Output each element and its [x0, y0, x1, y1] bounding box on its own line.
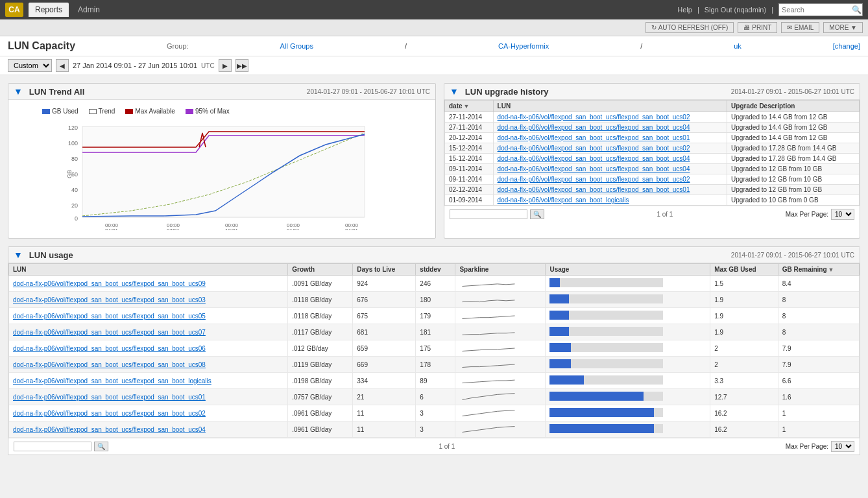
svg-text:GB: GB [66, 170, 73, 178]
upgrade-collapse-icon[interactable]: ▼ [450, 86, 459, 97]
cell-stddev: 3 [416, 421, 455, 438]
cell-lun-name[interactable]: dod-na-flx-p06/vol/flexpod_san_boot_ucs/… [9, 292, 288, 308]
date-next-button[interactable]: ▶ [219, 59, 232, 72]
ca-logo: CA [5, 3, 23, 17]
cell-lun-name[interactable]: dod-na-flx-p06/vol/flexpod_san_boot_ucs/… [9, 276, 288, 292]
cell-lun[interactable]: dod-na-flx-p06/vol/flexpod_san_boot_ucs/… [493, 133, 727, 143]
email-button[interactable]: ✉ EMAIL [781, 22, 819, 33]
cell-growth: .0198 GB/day [288, 373, 353, 389]
trend-chart-svg: 120 100 80 60 40 20 0 GB [34, 120, 410, 230]
search-input[interactable] [778, 3, 863, 16]
usage-collapse-icon[interactable]: ▼ [14, 250, 23, 260]
date-range-bar: Custom ◀ 27 Jan 2014 09:01 - 27 Jun 2015… [0, 56, 868, 75]
cell-date: 27-11-2014 [445, 112, 494, 123]
trend-collapse-icon[interactable]: ▼ [14, 86, 23, 97]
breadcrumb-all-groups[interactable]: All Groups [280, 42, 313, 50]
date-prev-button[interactable]: ◀ [56, 59, 69, 72]
cell-lun[interactable]: dod-na-flx-p06/vol/flexpod_san_boot_ucs/… [493, 185, 727, 195]
svg-text:100: 100 [68, 140, 78, 147]
top-panels: ▼ LUN Trend All 2014-01-27 09:01 - 2015-… [8, 83, 860, 239]
upgrade-table-container: date ▼ LUN Upgrade Description 27-11-201… [444, 100, 860, 206]
usage-search-button[interactable]: 🔍 [94, 442, 108, 451]
upgrade-page-info: 1 of 1 [657, 211, 673, 218]
svg-text:20: 20 [71, 202, 78, 209]
svg-text:120: 120 [68, 124, 78, 131]
table-row: dod-na-flx-p06/vol/flexpod_san_boot_ucs/… [9, 421, 860, 438]
cell-date: 09-11-2014 [445, 174, 494, 185]
cell-days-to-live: 681 [353, 324, 416, 340]
cell-stddev: 3 [416, 405, 455, 421]
table-row: dod-na-flx-p06/vol/flexpod_san_boot_ucs/… [9, 308, 860, 324]
cell-lun-name[interactable]: dod-na-flx-p06/vol/flexpod_san_boot_ucs/… [9, 357, 288, 373]
usage-per-page-select[interactable]: 10 [831, 441, 854, 452]
cell-lun-name[interactable]: dod-na-flx-p06/vol/flexpod_san_boot_ucs/… [9, 373, 288, 389]
usage-bar [549, 392, 663, 401]
usage-pagination-bar: 🔍 1 of 1 Max Per Page: 10 [8, 438, 860, 455]
cell-sparkline [455, 373, 546, 389]
cell-lun[interactable]: dod-na-flx-p06/vol/flexpod_san_boot_ucs/… [493, 123, 727, 133]
auto-refresh-button[interactable]: ↻ AUTO REFRESH (OFF) [645, 22, 734, 33]
table-row: dod-na-flx-p06/vol/flexpod_san_boot_ucs/… [9, 292, 860, 308]
cell-usage [546, 324, 710, 340]
cell-lun[interactable]: dod-na-flx-p06/vol/flexpod_san_boot_ucs/… [493, 154, 727, 164]
help-link[interactable]: Help [677, 6, 692, 14]
cell-stddev: 178 [416, 357, 455, 373]
table-row: dod-na-flx-p06/vol/flexpod_san_boot_ucs/… [9, 373, 860, 389]
col-usage: Usage [546, 264, 710, 276]
usage-bar [549, 359, 663, 368]
search-button[interactable]: 🔍 [852, 5, 862, 14]
svg-text:01/01: 01/01 [287, 228, 300, 230]
cell-gb-remaining: 8 [778, 292, 859, 308]
cell-lun[interactable]: dod-na-flx-p06/vol/flexpod_san_boot_ucs/… [493, 164, 727, 174]
breadcrumb-uk[interactable]: uk [734, 42, 741, 50]
cell-lun[interactable]: dod-na-flx-p06/vol/flexpod_san_boot_ucs/… [493, 143, 727, 154]
cell-date: 02-12-2014 [445, 185, 494, 195]
cell-gb-remaining: 1 [778, 405, 859, 421]
print-button[interactable]: 🖶 PRINT [738, 22, 777, 33]
cell-sparkline [455, 308, 546, 324]
cell-lun[interactable]: dod-na-flx-p06/vol/flexpod_san_boot_ucs/… [493, 112, 727, 123]
cell-stddev: 179 [416, 308, 455, 324]
cell-lun-name[interactable]: dod-na-flx-p06/vol/flexpod_san_boot_ucs/… [9, 405, 288, 421]
cell-gb-remaining: 7.9 [778, 357, 859, 373]
cell-lun[interactable]: dod-na-flx-p06/vol/flexpod_san_boot_ucs/… [493, 174, 727, 185]
table-row: 15-12-2014 dod-na-flx-p06/vol/flexpod_sa… [445, 154, 860, 164]
cell-lun-name[interactable]: dod-na-flx-p06/vol/flexpod_san_boot_ucs/… [9, 324, 288, 340]
cell-stddev: 175 [416, 340, 455, 357]
cell-sparkline [455, 405, 546, 421]
upgrade-per-page-select[interactable]: 10 [831, 209, 854, 220]
table-row: 01-09-2014 dod-na-flx-p06/vol/flexpod_sa… [445, 195, 860, 206]
upgrade-search-input[interactable] [450, 209, 527, 219]
usage-search-input[interactable] [14, 442, 91, 451]
signout-link[interactable]: Sign Out (nqadmin) [705, 6, 766, 14]
nav-tab-admin[interactable]: Admin [71, 3, 106, 17]
cell-max-gb-used: 12.7 [710, 389, 778, 405]
cell-upgrade-desc: Upgraded to 10 GB from 0 GB [727, 195, 860, 206]
table-row: 27-11-2014 dod-na-flx-p06/vol/flexpod_sa… [445, 123, 860, 133]
cell-usage [546, 405, 710, 421]
usage-page-info: 1 of 1 [439, 443, 455, 450]
date-preset-select[interactable]: Custom [8, 59, 52, 72]
date-fast-forward-button[interactable]: ▶▶ [235, 59, 248, 72]
col-date[interactable]: date ▼ [445, 101, 494, 112]
cell-stddev: 180 [416, 292, 455, 308]
usage-bar [549, 375, 663, 385]
cell-lun-name[interactable]: dod-na-flx-p06/vol/flexpod_san_boot_ucs/… [9, 308, 288, 324]
nav-tab-reports[interactable]: Reports [29, 3, 69, 17]
cell-lun-name[interactable]: dod-na-flx-p06/vol/flexpod_san_boot_ucs/… [9, 421, 288, 438]
trend-panel: ▼ LUN Trend All 2014-01-27 09:01 - 2015-… [8, 83, 436, 239]
col-gb-remaining[interactable]: GB Remaining ▼ [778, 264, 859, 276]
cell-growth: .0118 GB/day [288, 308, 353, 324]
change-link[interactable]: [change] [833, 42, 860, 50]
cell-lun-name[interactable]: dod-na-flx-p06/vol/flexpod_san_boot_ucs/… [9, 389, 288, 405]
cell-stddev: 181 [416, 324, 455, 340]
breadcrumb-ca-hyperformix[interactable]: CA-Hyperformix [498, 42, 549, 50]
more-button[interactable]: MORE ▼ [823, 22, 863, 33]
cell-lun[interactable]: dod-na-flx-p06/vol/flexpod_san_boot_logi… [493, 195, 727, 206]
trend-panel-title: ▼ LUN Trend All [14, 86, 84, 97]
svg-text:04/01: 04/01 [105, 228, 119, 230]
cell-lun-name[interactable]: dod-na-flx-p06/vol/flexpod_san_boot_ucs/… [9, 340, 288, 357]
cell-days-to-live: 334 [353, 373, 416, 389]
cell-days-to-live: 11 [353, 421, 416, 438]
upgrade-search-button[interactable]: 🔍 [530, 209, 544, 219]
